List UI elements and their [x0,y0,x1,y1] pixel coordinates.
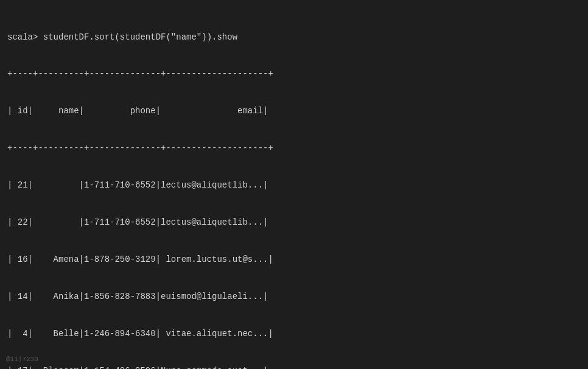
table-row: | 16| Amena|1-878-250-3129| lorem.luctus… [7,253,581,265]
table-row: | 22| |1-711-710-6552|lectus@aliquetlib.… [7,216,581,228]
table-row: | 14| Anika|1-856-828-7883|euismod@ligul… [7,290,581,303]
separator-top: +----+---------+--------------+---------… [7,68,581,80]
prompt-line: scala> studentDF.sort(studentDF("name"))… [7,31,581,43]
terminal-output: scala> studentDF.sort(studentDF("name"))… [7,6,581,369]
table-header: | id| name| phone| email| [7,105,581,117]
separator-header: +----+---------+--------------+---------… [7,142,581,154]
table-row: | 4| Belle|1-246-894-6340| vitae.aliquet… [7,328,581,340]
watermark: @11|7230 [6,356,38,363]
table-row: | 21| |1-711-710-6552|lectus@aliquetlib.… [7,179,581,191]
table-row: | 17| Blossom|1-154-406-9596|Nunc.commod… [7,365,581,369]
